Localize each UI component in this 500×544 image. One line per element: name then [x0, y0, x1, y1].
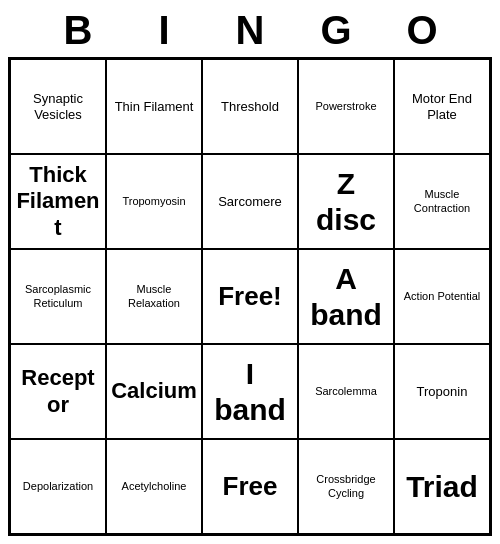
bingo-cell-16: Calcium — [106, 344, 202, 439]
cell-text-11: Muscle Relaxation — [111, 283, 197, 309]
bingo-cell-23: Crossbridge Cycling — [298, 439, 394, 534]
bingo-cell-21: Acetylcholine — [106, 439, 202, 534]
cell-text-21: Acetylcholine — [122, 480, 187, 493]
cell-text-4: Motor End Plate — [399, 91, 485, 122]
bingo-cell-24: Triad — [394, 439, 490, 534]
bingo-cell-15: Receptor — [10, 344, 106, 439]
header-b: B — [35, 8, 121, 53]
cell-text-20: Depolarization — [23, 480, 93, 493]
bingo-cell-17: I band — [202, 344, 298, 439]
bingo-cell-13: A band — [298, 249, 394, 344]
cell-text-16: Calcium — [111, 378, 197, 404]
bingo-cell-22: Free — [202, 439, 298, 534]
cell-text-1: Thin Filament — [115, 99, 194, 115]
cell-text-24: Triad — [406, 469, 478, 505]
bingo-cell-4: Motor End Plate — [394, 59, 490, 154]
bingo-cell-5: Thick Filament — [10, 154, 106, 249]
bingo-cell-7: Sarcomere — [202, 154, 298, 249]
cell-text-15: Receptor — [15, 365, 101, 418]
cell-text-14: Action Potential — [404, 290, 480, 303]
bingo-header: B I N G O — [8, 8, 492, 53]
cell-text-7: Sarcomere — [218, 194, 282, 210]
cell-text-13: A band — [303, 261, 389, 333]
cell-text-18: Sarcolemma — [315, 385, 377, 398]
cell-text-2: Threshold — [221, 99, 279, 115]
cell-text-19: Troponin — [417, 384, 468, 400]
header-g: G — [293, 8, 379, 53]
cell-text-23: Crossbridge Cycling — [303, 473, 389, 499]
header-n: N — [207, 8, 293, 53]
bingo-cell-11: Muscle Relaxation — [106, 249, 202, 344]
cell-text-8: Z disc — [303, 166, 389, 238]
cell-text-22: Free — [223, 471, 278, 502]
bingo-cell-8: Z disc — [298, 154, 394, 249]
bingo-cell-19: Troponin — [394, 344, 490, 439]
bingo-cell-1: Thin Filament — [106, 59, 202, 154]
bingo-cell-10: Sarcoplasmic Reticulum — [10, 249, 106, 344]
cell-text-0: Synaptic Vesicles — [15, 91, 101, 122]
bingo-cell-3: Powerstroke — [298, 59, 394, 154]
bingo-grid: Synaptic VesiclesThin FilamentThresholdP… — [8, 57, 492, 536]
cell-text-3: Powerstroke — [315, 100, 376, 113]
cell-text-9: Muscle Contraction — [399, 188, 485, 214]
cell-text-6: Tropomyosin — [122, 195, 185, 208]
bingo-cell-20: Depolarization — [10, 439, 106, 534]
bingo-cell-12: Free! — [202, 249, 298, 344]
bingo-cell-6: Tropomyosin — [106, 154, 202, 249]
cell-text-12: Free! — [218, 281, 282, 312]
header-i: I — [121, 8, 207, 53]
bingo-cell-14: Action Potential — [394, 249, 490, 344]
cell-text-10: Sarcoplasmic Reticulum — [15, 283, 101, 309]
bingo-cell-18: Sarcolemma — [298, 344, 394, 439]
cell-text-17: I band — [207, 356, 293, 428]
header-o: O — [379, 8, 465, 53]
bingo-cell-9: Muscle Contraction — [394, 154, 490, 249]
cell-text-5: Thick Filament — [15, 162, 101, 241]
bingo-cell-2: Threshold — [202, 59, 298, 154]
bingo-cell-0: Synaptic Vesicles — [10, 59, 106, 154]
